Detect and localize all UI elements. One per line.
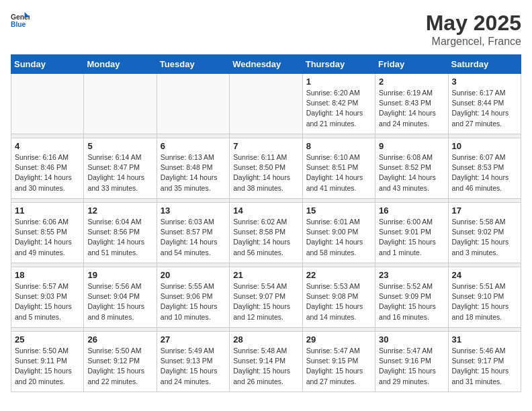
calendar-cell: 20Sunrise: 5:55 AMSunset: 9:06 PMDayligh…: [157, 267, 229, 328]
calendar-cell: 19Sunrise: 5:56 AMSunset: 9:04 PMDayligh…: [84, 267, 157, 328]
day-info: Sunrise: 6:14 AMSunset: 8:47 PMDaylight:…: [87, 152, 152, 193]
calendar-cell: [11, 74, 84, 134]
weekday-header-sunday: Sunday: [11, 55, 84, 74]
calendar-week-2: 4Sunrise: 6:16 AMSunset: 8:46 PMDaylight…: [11, 138, 521, 199]
day-info: Sunrise: 5:47 AMSunset: 9:15 PMDaylight:…: [306, 346, 371, 387]
calendar-week-5: 25Sunrise: 5:50 AMSunset: 9:11 PMDayligh…: [11, 332, 521, 392]
day-info: Sunrise: 5:56 AMSunset: 9:04 PMDaylight:…: [87, 281, 152, 322]
calendar-cell: 8Sunrise: 6:10 AMSunset: 8:51 PMDaylight…: [302, 138, 375, 199]
calendar-cell: 7Sunrise: 6:11 AMSunset: 8:50 PMDaylight…: [230, 138, 302, 199]
location-title: Margencel, France: [426, 36, 521, 48]
day-info: Sunrise: 6:07 AMSunset: 8:53 PMDaylight:…: [452, 152, 517, 193]
calendar-cell: 24Sunrise: 5:51 AMSunset: 9:10 PMDayligh…: [448, 267, 521, 328]
day-info: Sunrise: 5:47 AMSunset: 9:16 PMDaylight:…: [379, 346, 444, 387]
weekday-header-saturday: Saturday: [448, 55, 521, 74]
calendar-table: SundayMondayTuesdayWednesdayThursdayFrid…: [11, 54, 521, 392]
calendar-cell: 4Sunrise: 6:16 AMSunset: 8:46 PMDaylight…: [11, 138, 84, 199]
calendar-cell: 27Sunrise: 5:49 AMSunset: 9:13 PMDayligh…: [157, 332, 229, 392]
calendar-cell: 1Sunrise: 6:20 AMSunset: 8:42 PMDaylight…: [302, 74, 375, 134]
day-number: 10: [452, 141, 517, 151]
day-number: 2: [379, 77, 444, 87]
day-number: 15: [306, 205, 371, 216]
day-info: Sunrise: 5:51 AMSunset: 9:10 PMDaylight:…: [452, 281, 517, 322]
day-info: Sunrise: 5:54 AMSunset: 9:07 PMDaylight:…: [233, 281, 298, 322]
calendar-cell: 2Sunrise: 6:19 AMSunset: 8:43 PMDaylight…: [375, 74, 448, 134]
day-info: Sunrise: 6:04 AMSunset: 8:56 PMDaylight:…: [87, 217, 152, 258]
day-number: 21: [233, 270, 298, 280]
day-number: 22: [306, 270, 371, 280]
day-info: Sunrise: 5:53 AMSunset: 9:08 PMDaylight:…: [306, 281, 371, 322]
day-info: Sunrise: 6:06 AMSunset: 8:55 PMDaylight:…: [15, 217, 80, 258]
day-number: 11: [15, 205, 80, 216]
day-number: 17: [452, 205, 517, 216]
calendar-cell: 29Sunrise: 5:47 AMSunset: 9:15 PMDayligh…: [302, 332, 375, 392]
weekday-header-monday: Monday: [84, 55, 157, 74]
calendar-cell: 31Sunrise: 5:46 AMSunset: 9:17 PMDayligh…: [448, 332, 521, 392]
calendar-cell: 9Sunrise: 6:08 AMSunset: 8:52 PMDaylight…: [375, 138, 448, 199]
calendar-cell: 11Sunrise: 6:06 AMSunset: 8:55 PMDayligh…: [11, 203, 84, 263]
calendar-week-1: 1Sunrise: 6:20 AMSunset: 8:42 PMDaylight…: [11, 74, 521, 134]
day-info: Sunrise: 5:48 AMSunset: 9:14 PMDaylight:…: [233, 346, 298, 387]
day-info: Sunrise: 6:16 AMSunset: 8:46 PMDaylight:…: [15, 152, 80, 193]
calendar-cell: 3Sunrise: 6:17 AMSunset: 8:44 PMDaylight…: [448, 74, 521, 134]
day-number: 18: [15, 270, 80, 280]
day-number: 5: [87, 141, 152, 151]
day-number: 16: [379, 205, 444, 216]
day-info: Sunrise: 6:11 AMSunset: 8:50 PMDaylight:…: [233, 152, 298, 193]
day-number: 6: [161, 141, 226, 151]
calendar-cell: 12Sunrise: 6:04 AMSunset: 8:56 PMDayligh…: [84, 203, 157, 263]
day-number: 25: [15, 334, 80, 345]
day-number: 19: [87, 270, 152, 280]
day-info: Sunrise: 6:00 AMSunset: 9:01 PMDaylight:…: [379, 217, 444, 258]
weekday-header-thursday: Thursday: [302, 55, 375, 74]
logo: General Blue: [11, 11, 30, 30]
calendar-cell: 14Sunrise: 6:02 AMSunset: 8:58 PMDayligh…: [230, 203, 302, 263]
day-info: Sunrise: 6:13 AMSunset: 8:48 PMDaylight:…: [161, 152, 226, 193]
day-number: 3: [452, 77, 517, 87]
calendar-week-3: 11Sunrise: 6:06 AMSunset: 8:55 PMDayligh…: [11, 203, 521, 263]
day-info: Sunrise: 5:50 AMSunset: 9:12 PMDaylight:…: [87, 346, 152, 387]
day-number: 1: [306, 77, 371, 87]
month-title: May 2025: [426, 11, 521, 36]
day-info: Sunrise: 6:19 AMSunset: 8:43 PMDaylight:…: [379, 88, 444, 129]
calendar-cell: 16Sunrise: 6:00 AMSunset: 9:01 PMDayligh…: [375, 203, 448, 263]
day-number: 4: [15, 141, 80, 151]
weekday-header-wednesday: Wednesday: [230, 55, 302, 74]
day-number: 14: [233, 205, 298, 216]
day-info: Sunrise: 6:08 AMSunset: 8:52 PMDaylight:…: [379, 152, 444, 193]
day-info: Sunrise: 5:50 AMSunset: 9:11 PMDaylight:…: [15, 346, 80, 387]
calendar-cell: 30Sunrise: 5:47 AMSunset: 9:16 PMDayligh…: [375, 332, 448, 392]
calendar-cell: 23Sunrise: 5:52 AMSunset: 9:09 PMDayligh…: [375, 267, 448, 328]
day-info: Sunrise: 6:20 AMSunset: 8:42 PMDaylight:…: [306, 88, 371, 129]
day-number: 20: [161, 270, 226, 280]
day-number: 26: [87, 334, 152, 345]
day-number: 27: [161, 334, 226, 345]
day-number: 9: [379, 141, 444, 151]
day-number: 29: [306, 334, 371, 345]
calendar-cell: [230, 74, 302, 134]
calendar-cell: 13Sunrise: 6:03 AMSunset: 8:57 PMDayligh…: [157, 203, 229, 263]
calendar-cell: [84, 74, 157, 134]
day-info: Sunrise: 5:49 AMSunset: 9:13 PMDaylight:…: [161, 346, 226, 387]
calendar-cell: 5Sunrise: 6:14 AMSunset: 8:47 PMDaylight…: [84, 138, 157, 199]
calendar-cell: 18Sunrise: 5:57 AMSunset: 9:03 PMDayligh…: [11, 267, 84, 328]
day-info: Sunrise: 6:10 AMSunset: 8:51 PMDaylight:…: [306, 152, 371, 193]
day-number: 28: [233, 334, 298, 345]
day-number: 8: [306, 141, 371, 151]
calendar-week-4: 18Sunrise: 5:57 AMSunset: 9:03 PMDayligh…: [11, 267, 521, 328]
title-block: May 2025 Margencel, France: [426, 11, 521, 48]
calendar-cell: [157, 74, 229, 134]
day-number: 12: [87, 205, 152, 216]
logo-icon: General Blue: [11, 11, 30, 30]
day-info: Sunrise: 5:52 AMSunset: 9:09 PMDaylight:…: [379, 281, 444, 322]
day-number: 30: [379, 334, 444, 345]
day-info: Sunrise: 6:03 AMSunset: 8:57 PMDaylight:…: [161, 217, 226, 258]
calendar-cell: 6Sunrise: 6:13 AMSunset: 8:48 PMDaylight…: [157, 138, 229, 199]
day-number: 31: [452, 334, 517, 345]
day-number: 7: [233, 141, 298, 151]
day-number: 13: [161, 205, 226, 216]
day-number: 24: [452, 270, 517, 280]
day-number: 23: [379, 270, 444, 280]
calendar-cell: 26Sunrise: 5:50 AMSunset: 9:12 PMDayligh…: [84, 332, 157, 392]
calendar-cell: 28Sunrise: 5:48 AMSunset: 9:14 PMDayligh…: [230, 332, 302, 392]
